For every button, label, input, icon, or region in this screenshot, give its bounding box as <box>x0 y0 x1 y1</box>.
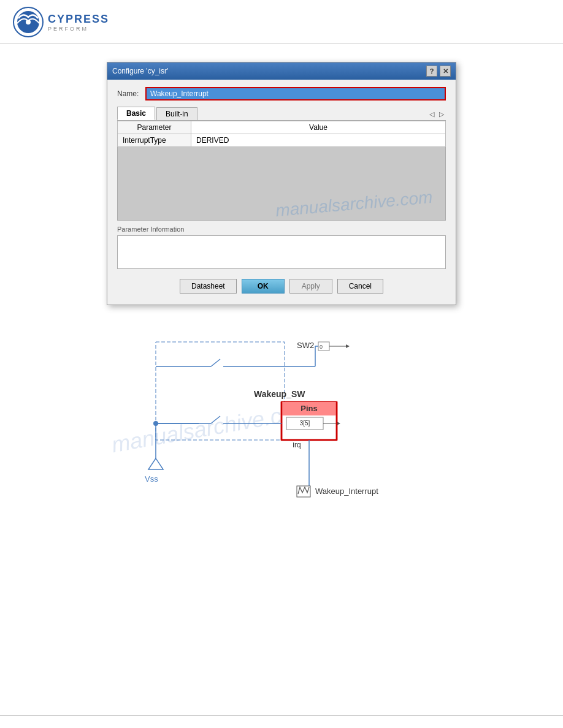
logo-icon <box>12 6 44 38</box>
tab-prev-arrow[interactable]: ◁ <box>427 110 436 118</box>
pins-label: Pins <box>301 404 317 413</box>
tabs-row: Basic Built-in ◁ ▷ <box>117 107 446 121</box>
param-info-box <box>117 235 446 269</box>
param-name-cell: InterruptType <box>118 134 191 147</box>
tab-nav-arrows: ◁ ▷ <box>427 110 446 120</box>
dialog-body: Name: Basic Built-in ◁ ▷ Parameter Value <box>107 80 456 305</box>
svg-line-9 <box>211 359 220 366</box>
name-row: Name: <box>117 87 446 100</box>
vss-label: Vss <box>145 474 158 483</box>
dialog-footer: Datasheet OK Apply Cancel <box>117 275 446 297</box>
wakeup-sw-text: Wakeup_SW <box>254 389 305 399</box>
tab-builtin[interactable]: Built-in <box>156 107 197 120</box>
col-header-parameter: Parameter <box>118 121 191 134</box>
name-input[interactable] <box>145 87 446 100</box>
param-value-cell: DERIVED <box>191 134 446 147</box>
dialog-titlebar: Configure 'cy_isr' ? ✕ <box>107 63 456 80</box>
table-row: InterruptType DERIVED <box>118 134 446 147</box>
irq-label: irq <box>293 441 301 449</box>
pin-value: 3[5] <box>300 420 310 427</box>
cancel-button[interactable]: Cancel <box>337 279 383 294</box>
param-info-label: Parameter Information <box>117 226 446 233</box>
header: CYPRESS PERFORM <box>0 0 563 44</box>
apply-button[interactable]: Apply <box>289 279 332 294</box>
logo-area: CYPRESS PERFORM <box>12 6 109 38</box>
col-header-value: Value <box>191 121 446 134</box>
svg-marker-6 <box>346 344 350 348</box>
close-button[interactable]: ✕ <box>440 66 451 77</box>
ok-button[interactable]: OK <box>242 279 285 294</box>
watermark-gray: manualsarchive.com <box>275 188 434 221</box>
dialog-title: Configure 'cy_isr' <box>112 67 168 75</box>
gray-area: manualsarchive.com <box>117 147 446 221</box>
help-button[interactable]: ? <box>426 66 437 77</box>
name-label: Name: <box>117 89 140 98</box>
schematic-svg: SW2 0 Wakeup_SW P <box>107 330 456 526</box>
svg-line-27 <box>211 416 220 423</box>
perform-tagline: PERFORM <box>48 26 109 32</box>
page-footer <box>0 715 563 716</box>
svg-point-2 <box>26 20 31 25</box>
schematic-area: manualsarchive.com SW2 0 Wakeup_S <box>107 330 456 526</box>
datasheet-button[interactable]: Datasheet <box>180 279 237 294</box>
configure-dialog: Configure 'cy_isr' ? ✕ Name: Basic Built… <box>107 62 456 305</box>
svg-marker-25 <box>148 458 163 469</box>
logo-text: CYPRESS PERFORM <box>48 13 109 32</box>
main-content: Configure 'cy_isr' ? ✕ Name: Basic Built… <box>0 44 563 544</box>
tab-basic[interactable]: Basic <box>117 107 155 120</box>
cypress-wordmark: CYPRESS <box>48 13 109 26</box>
dialog-title-buttons: ? ✕ <box>426 66 451 77</box>
tab-next-arrow[interactable]: ▷ <box>437 110 446 118</box>
wakeup-interrupt-label: Wakeup_Interrupt <box>315 487 378 496</box>
parameter-table: Parameter Value InterruptType DERIVED <box>117 121 446 147</box>
svg-text:0: 0 <box>320 344 323 350</box>
sw2-label: SW2 <box>297 341 314 350</box>
